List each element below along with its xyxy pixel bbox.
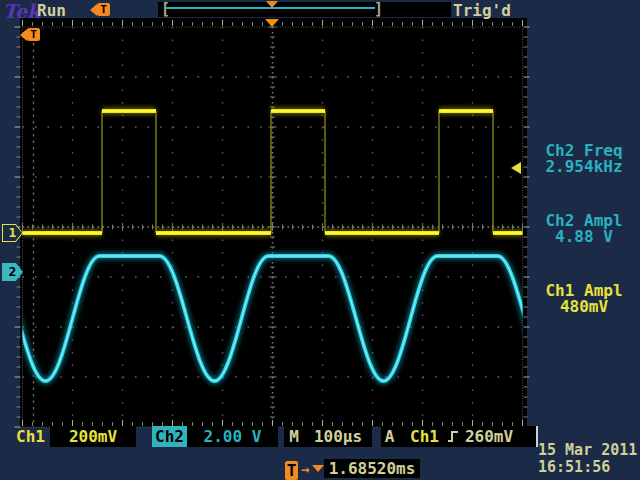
arrow-right-icon: → (301, 461, 309, 477)
timebase-label: M (284, 426, 304, 447)
ch1-scale-readout: 200mV (50, 426, 136, 447)
trigger-position-marker-icon (265, 19, 279, 27)
measurement-ch2-freq: Ch2 Freq 2.954kHz (528, 143, 640, 175)
measurement-ch2-ampl: Ch2 Ampl 4.88 V (528, 213, 640, 245)
measurement-value: 4.88 V (528, 229, 640, 245)
acquisition-status: Run (37, 1, 66, 20)
record-trigger-position-icon (266, 1, 278, 8)
delay-readout: 1.68520ms (324, 459, 420, 478)
arrow-left-icon (20, 29, 27, 41)
trigger-level-arrow-icon (511, 162, 521, 174)
ch2-scale-readout: 2.00 V (187, 426, 278, 447)
date-display: 15 Mar 2011 (538, 442, 640, 458)
trigger-readout: Ch1 260mV (398, 426, 538, 447)
trigger-level: 260mV (465, 426, 513, 447)
trigger-t-icon: T (27, 28, 40, 41)
ch1-label: Ch1 (16, 426, 45, 447)
record-right-bracket: ] (374, 0, 383, 18)
measurement-value: 2.954kHz (528, 159, 640, 175)
scope-screen (20, 18, 527, 427)
rising-edge-icon (447, 429, 459, 444)
measurement-ch1-ampl: Ch1 Ampl 480mV (528, 283, 640, 315)
record-left-bracket: [ (161, 0, 170, 18)
trigger-t-icon: T (97, 3, 110, 16)
trigger-offscreen-icon-topbar: T (90, 3, 110, 16)
trigger-offscreen-icon-graticule: T (20, 28, 40, 41)
ch2-label: Ch2 (152, 426, 187, 447)
trigger-type-label: A (381, 426, 398, 447)
delay-t-icon: T (285, 461, 298, 480)
arrow-left-icon (90, 4, 97, 16)
record-view-strip (158, 2, 451, 17)
trigger-status: Trig'd (453, 1, 511, 20)
delay-triangle-icon (312, 465, 324, 472)
time-display: 16:51:56 (538, 459, 640, 475)
timebase-readout: 100µs (304, 426, 372, 447)
tek-logo: Tek (3, 0, 40, 22)
measurement-value: 480mV (528, 299, 640, 315)
trigger-source: Ch1 (410, 426, 439, 447)
